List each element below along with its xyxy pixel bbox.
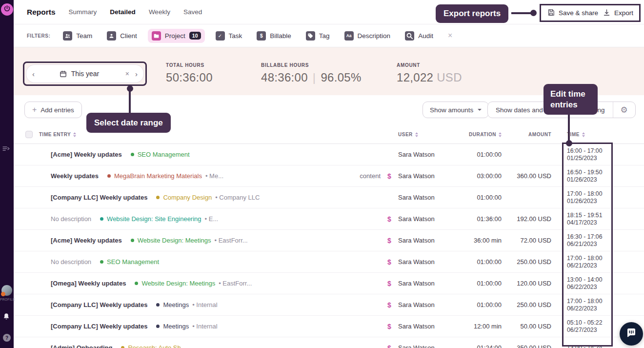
filters-label: FILTERS: [27,33,50,39]
billable-dollar-icon[interactable]: $ [381,280,398,287]
show-amounts-dropdown[interactable]: Show amounts [423,102,489,118]
entry-project[interactable]: Website Design: Meetings• EastForr... [135,280,252,287]
entry-project[interactable]: Website Design: Site Engineering• E... [100,215,218,223]
entry-time-range[interactable]: 16:00 - 17:0001/25/2023 [563,147,644,162]
profile-avatar[interactable] [1,285,12,296]
tab-summary[interactable]: Summary [69,8,97,16]
table-row[interactable]: [Company LLC] Weekly updatesCompany Desi… [14,187,644,208]
entry-project[interactable]: Website Design: Meetings• EastForr... [131,237,248,244]
billable-dollar-icon[interactable]: $ [381,172,398,180]
entry-time-range[interactable]: 17:00 - 18:0006/21/2023 [563,255,644,269]
table-row[interactable]: Weekly updatesMegaBrain Marketing Materi… [14,165,644,187]
save-share-button[interactable]: Save & share [547,8,598,18]
entry-description[interactable]: No description [51,258,91,266]
billable-dollar-icon[interactable]: $ [381,258,398,266]
entry-duration: 01:00:00 [461,194,510,201]
menu-expand-icon[interactable] [2,144,10,155]
billable-dollar-icon[interactable]: $ [381,215,398,223]
billable-dollar-icon[interactable]: $ [381,323,398,330]
filter-chip-audit[interactable]: Audit [401,29,437,43]
column-time-entry[interactable]: TIME ENTRY [39,132,349,137]
notifications-bell-icon[interactable] [2,312,11,323]
filter-chip-task[interactable]: ✓Task [212,29,246,43]
table-row[interactable]: [Company LLC] Weekly updatesMeetings• In… [14,294,644,316]
entry-time-range[interactable]: 17:00 - 18:0006/22/2023 [563,298,644,312]
entry-description[interactable]: Weekly updates [51,172,99,180]
entry-project[interactable]: Meetings• Internal [156,301,217,308]
entry-duration: 01:00:00 [461,301,510,308]
entry-project[interactable]: SEO Management [100,258,159,266]
date-range-value[interactable]: This year [71,70,100,78]
entry-project[interactable]: Research: Auto Sh... [121,344,186,348]
entry-project[interactable]: Company Design• Company LLC [156,194,260,201]
client-icon [107,31,116,41]
entry-description[interactable]: [Company LLC] Weekly updates [51,323,147,330]
filter-chip-billable[interactable]: $Billable [253,29,295,43]
stat-label: TOTAL HOURS [166,62,213,68]
entry-description[interactable]: [Omega] Weekly updates [51,280,126,287]
billable-dollar-icon[interactable]: $ [381,237,398,245]
entry-project[interactable]: Meetings• Internal [156,323,217,330]
client-name: • EastForr... [214,237,247,244]
entry-description[interactable]: [Admin] Onboarding [51,344,112,348]
entry-description[interactable]: [Acme] Weekly updates [51,151,122,158]
project-name: SEO Management [107,258,159,266]
stat-currency: USD [437,71,462,84]
chat-launcher-button[interactable] [620,322,643,346]
filters-bar: FILTERS: TeamClientProject10✓Task$Billab… [14,24,644,47]
entry-description[interactable]: [Acme] Weekly updates [51,237,122,244]
entry-time-range[interactable]: 17:00 - 18:0001/26/2023 [563,190,644,205]
entry-duration: 03:00:00 [461,172,510,180]
filter-chip-label: Billable [270,32,291,40]
export-button[interactable]: Export [603,8,633,18]
table-row[interactable]: [Acme] Weekly updatesWebsite Design: Mee… [14,230,644,251]
chevron-left-icon[interactable]: ‹ [32,70,35,78]
save-icon [547,8,555,18]
column-duration[interactable]: DURATION [461,132,510,137]
sort-icon [499,132,502,137]
entry-time-range[interactable]: 13:00 - 14:0006/22/2023 [563,276,644,291]
tab-weekly[interactable]: Weekly [149,8,170,16]
table-row[interactable]: No descriptionSEO Management$Sara Watson… [14,251,644,273]
help-icon[interactable]: ? [3,334,11,342]
entry-project[interactable]: MegaBrain Marketing Materials• Me... [107,172,223,180]
entry-project[interactable]: SEO Management [131,151,190,158]
stat-percent: 96.05% [321,71,361,84]
entry-description[interactable]: No description [51,215,91,223]
entry-description[interactable]: [Company LLC] Weekly updates [51,194,147,201]
billable-dollar-icon[interactable]: $ [381,344,398,348]
clear-filters-icon[interactable]: × [448,31,452,40]
filter-chip-project[interactable]: Project10 [148,29,205,43]
filter-chip-client[interactable]: Client [103,29,141,43]
column-time[interactable]: TIME [563,132,644,137]
export-highlight-box: Save & share Export [540,4,641,22]
chevron-right-icon[interactable]: › [135,70,138,78]
filter-chip-label: Task [229,32,242,40]
stat-total-hours: TOTAL HOURS 50:36:00 [166,62,213,84]
date-range-picker[interactable]: ‹ This year × › [26,64,144,83]
table-row[interactable]: No descriptionWebsite Design: Site Engin… [14,208,644,230]
clear-date-icon[interactable]: × [125,70,129,78]
table-row[interactable]: [Admin] OnboardingResearch: Auto Sh...$S… [14,337,644,348]
column-user[interactable]: USER [398,132,461,137]
project-icon [152,31,161,41]
billable-dollar-icon[interactable]: $ [381,301,398,309]
chat-icon [625,327,637,341]
tab-detailed[interactable]: Detailed [110,8,136,16]
gear-icon[interactable]: ⚙ [613,102,635,118]
filter-chip-tag[interactable]: Tag [302,29,334,43]
filter-chip-team[interactable]: Team [59,29,96,43]
table-row[interactable]: [Omega] Weekly updatesWebsite Design: Me… [14,273,644,294]
entry-description[interactable]: [Company LLC] Weekly updates [51,301,147,308]
add-entries-button[interactable]: + Add entries [24,102,82,118]
entry-user: Sara Watson [398,237,461,244]
entry-time-range[interactable]: 18:15 - 19:5104/17/2023 [563,212,644,226]
tab-saved[interactable]: Saved [183,8,202,16]
app-logo[interactable] [1,3,13,16]
table-row[interactable]: [Acme] Weekly updatesSEO ManagementSara … [14,144,644,165]
entry-time-range[interactable]: 16:30 - 17:0606/21/2023 [563,233,644,248]
table-row[interactable]: [Company LLC] Weekly updatesMeetings• In… [14,316,644,337]
filter-chip-description[interactable]: AaDescription [341,29,395,43]
select-all-checkbox[interactable] [25,131,33,138]
entry-time-range[interactable]: 16:50 - 19:5001/26/2023 [563,169,644,184]
